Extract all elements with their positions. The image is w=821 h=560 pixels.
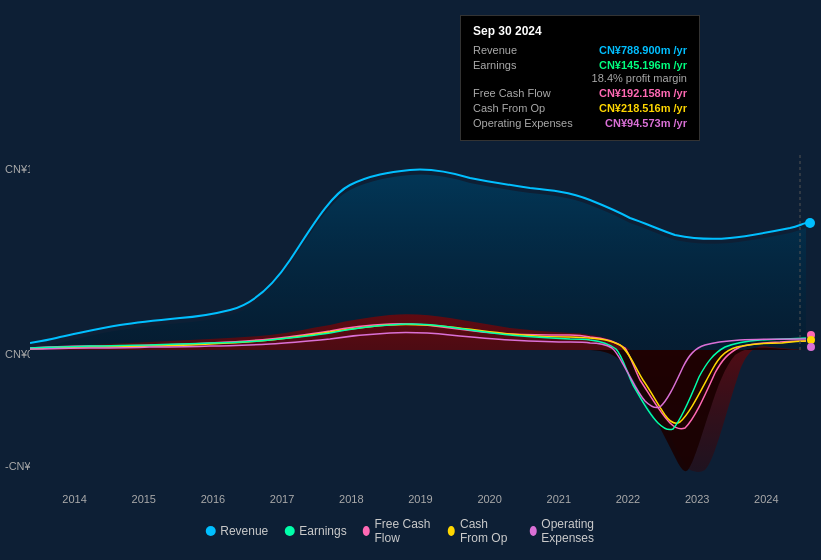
tooltip-fcf-label: Free Cash Flow [473, 87, 583, 99]
legend-earnings[interactable]: Earnings [284, 524, 346, 538]
tooltip-revenue-row: Revenue CN¥788.900m /yr [473, 44, 687, 56]
tooltip-date: Sep 30 2024 [473, 24, 687, 38]
revenue-dot [805, 218, 815, 228]
x-axis: 2014 2015 2016 2017 2018 2019 2020 2021 … [0, 493, 821, 505]
x-label-2017: 2017 [270, 493, 294, 505]
legend-earnings-label: Earnings [299, 524, 346, 538]
tooltip-fcf-row: Free Cash Flow CN¥192.158m /yr [473, 87, 687, 99]
legend-opex[interactable]: Operating Expenses [529, 517, 615, 545]
x-label-2022: 2022 [616, 493, 640, 505]
tooltip-opex-label: Operating Expenses [473, 117, 583, 129]
legend: Revenue Earnings Free Cash Flow Cash Fro… [205, 517, 616, 545]
tooltip-cfo-label: Cash From Op [473, 102, 583, 114]
tooltip-margin-value: 18.4% profit margin [592, 72, 687, 84]
x-label-2024: 2024 [754, 493, 778, 505]
x-label-2015: 2015 [132, 493, 156, 505]
legend-fcf[interactable]: Free Cash Flow [363, 517, 433, 545]
tooltip-revenue-value: CN¥788.900m /yr [599, 44, 687, 56]
x-label-2023: 2023 [685, 493, 709, 505]
tooltip-cfo-row: Cash From Op CN¥218.516m /yr [473, 102, 687, 114]
legend-opex-dot [529, 526, 536, 536]
tooltip-cfo-value: CN¥218.516m /yr [599, 102, 687, 114]
x-label-2019: 2019 [408, 493, 432, 505]
tooltip-revenue-label: Revenue [473, 44, 583, 56]
legend-fcf-label: Free Cash Flow [374, 517, 432, 545]
x-label-2021: 2021 [547, 493, 571, 505]
tooltip: Sep 30 2024 Revenue CN¥788.900m /yr Earn… [460, 15, 700, 141]
tooltip-fcf-value: CN¥192.158m /yr [599, 87, 687, 99]
legend-revenue[interactable]: Revenue [205, 524, 268, 538]
legend-cfo-label: Cash From Op [460, 517, 514, 545]
tooltip-opex-row: Operating Expenses CN¥94.573m /yr [473, 117, 687, 129]
chart-container: Sep 30 2024 Revenue CN¥788.900m /yr Earn… [0, 0, 821, 560]
chart-svg [30, 155, 806, 475]
legend-revenue-dot [205, 526, 215, 536]
tooltip-earnings-label: Earnings [473, 59, 583, 71]
tooltip-earnings-row: Earnings CN¥145.196m /yr [473, 59, 687, 71]
legend-earnings-dot [284, 526, 294, 536]
x-label-2018: 2018 [339, 493, 363, 505]
legend-fcf-dot [363, 526, 370, 536]
x-label-2020: 2020 [477, 493, 501, 505]
legend-opex-label: Operating Expenses [541, 517, 615, 545]
legend-cfo[interactable]: Cash From Op [448, 517, 513, 545]
tooltip-margin-row: 18.4% profit margin [473, 72, 687, 84]
x-label-2016: 2016 [201, 493, 225, 505]
tooltip-earnings-value: CN¥145.196m /yr [599, 59, 687, 71]
x-label-2014: 2014 [62, 493, 86, 505]
legend-cfo-dot [448, 526, 455, 536]
y-label-zero: CN¥0 [5, 348, 33, 360]
legend-revenue-label: Revenue [220, 524, 268, 538]
tooltip-opex-value: CN¥94.573m /yr [605, 117, 687, 129]
opex-dot [807, 343, 815, 351]
